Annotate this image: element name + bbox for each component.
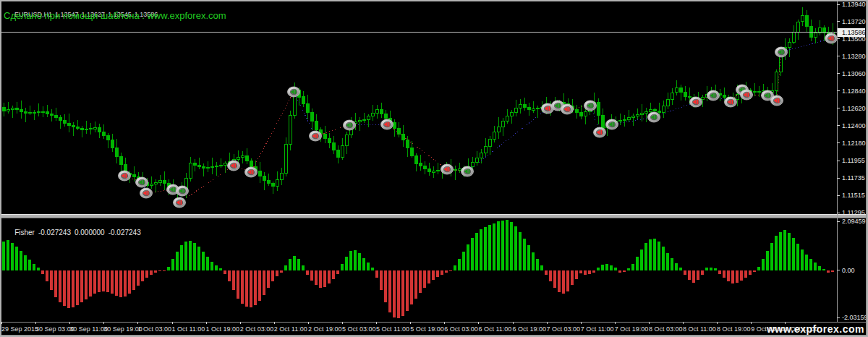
histogram-bar [597, 268, 600, 270]
candle-body [597, 102, 600, 115]
candle-body [2, 108, 5, 111]
histogram-bar [180, 245, 183, 270]
histogram-bar [263, 270, 265, 295]
signal-marker-sell [825, 33, 838, 43]
indicator-tick-label: 2.094591 [842, 218, 866, 225]
candle-body [20, 110, 22, 111]
histogram-bar [271, 270, 274, 281]
histogram-bar [37, 268, 40, 270]
histogram-bar [258, 270, 261, 302]
histogram-bar [792, 238, 795, 270]
candle-body [98, 128, 101, 132]
candle-body [54, 116, 57, 118]
histogram-bar [67, 270, 70, 308]
candle-body [67, 123, 70, 126]
histogram-bar [167, 267, 170, 270]
histogram-bar [818, 266, 821, 270]
candle-body [63, 120, 66, 123]
candle-body [210, 166, 213, 167]
candle-body [250, 161, 252, 167]
candle-body [362, 119, 365, 121]
candle-body [601, 115, 604, 128]
histogram-bar [814, 263, 817, 270]
histogram-bar [289, 259, 292, 270]
histogram-bar [102, 270, 105, 291]
candle-body [245, 155, 248, 161]
candle-body [59, 118, 61, 121]
candle-body [41, 111, 44, 112]
candle-body [432, 171, 435, 172]
candle-body [197, 165, 200, 166]
histogram-bar [744, 270, 747, 278]
candle-body [37, 112, 40, 113]
histogram-bar [163, 270, 166, 271]
histogram-bar [210, 262, 213, 270]
candle-body [796, 22, 799, 32]
histogram-bar [527, 245, 530, 270]
histogram-bar [215, 265, 218, 270]
candle-body [271, 184, 274, 187]
candle-body [753, 92, 756, 93]
candle-body [805, 15, 808, 26]
candle-body [458, 169, 461, 171]
histogram-bar [254, 270, 257, 306]
signal-marker-sell [441, 164, 454, 174]
histogram-bar [740, 270, 743, 281]
candle-body [202, 166, 205, 168]
indicator-value-3: -0.027243 [109, 229, 141, 236]
candle-body [627, 118, 630, 119]
candle-body [132, 175, 135, 177]
histogram-bar [46, 270, 48, 281]
histogram-bar [614, 268, 617, 270]
candle-body [306, 103, 309, 112]
histogram-bar [757, 267, 760, 270]
histogram-bar [15, 247, 18, 270]
histogram-bar [85, 270, 88, 299]
template-credit-text: Сделано при помощи шаблона : www.expfore… [4, 10, 226, 21]
histogram-bar [775, 236, 778, 270]
candle-body [688, 96, 691, 98]
histogram-bar [414, 270, 417, 299]
histogram-bar [89, 270, 92, 297]
histogram-bar [770, 243, 773, 270]
time-axis-label: 2 Oct 03:00 [240, 325, 274, 333]
candle-body [679, 88, 682, 92]
histogram-bar [710, 268, 712, 270]
candle-body [579, 113, 582, 116]
histogram-bar [701, 270, 704, 275]
histogram-bar [284, 265, 287, 270]
histogram-bar [484, 227, 487, 270]
candle-body [723, 95, 726, 98]
candle-body [501, 121, 504, 127]
histogram-bar [636, 257, 639, 270]
histogram-bar [349, 251, 352, 270]
signal-marker-sell [381, 119, 393, 129]
price-chart-canvas[interactable]: 29 Sep 201530 Sep 03:0030 Sep 11:0030 Se… [1, 1, 866, 335]
candle-body [119, 156, 122, 164]
candle-body [684, 92, 686, 96]
histogram-bar [666, 253, 669, 270]
candle-body [115, 148, 118, 156]
histogram-bar [315, 270, 318, 286]
candle-body [206, 167, 209, 168]
histogram-bar [480, 229, 482, 270]
histogram-bar [827, 270, 830, 273]
signal-marker-sell [594, 127, 606, 137]
candle-body [215, 166, 218, 166]
histogram-bar [250, 270, 252, 307]
histogram-bar [28, 260, 31, 270]
time-axis-label: 7 Oct 03:00 [547, 325, 581, 333]
candle-body [345, 135, 348, 146]
candle-body [649, 110, 652, 111]
histogram-bar [7, 240, 9, 270]
histogram-bar [111, 270, 114, 294]
candle-body [523, 104, 526, 107]
histogram-bar [653, 239, 656, 270]
chart-window[interactable]: EURUSD,H11.135471.136271.135451.13586 Сд… [1, 1, 867, 336]
candle-body [519, 104, 522, 108]
candle-body [736, 94, 739, 100]
histogram-bar [692, 270, 695, 283]
histogram-bar [562, 270, 565, 294]
histogram-bar [536, 259, 539, 270]
histogram-bar [59, 270, 61, 302]
